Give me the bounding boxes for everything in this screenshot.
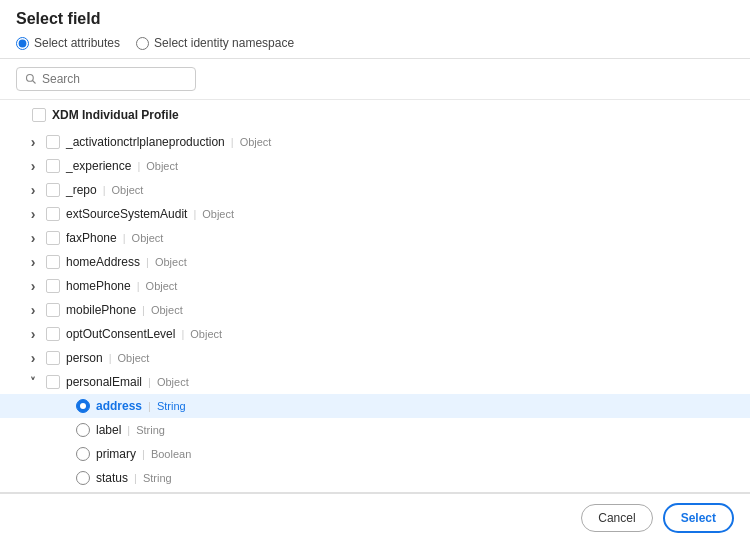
item-checkbox[interactable] <box>46 231 60 245</box>
item-checkbox[interactable] <box>46 255 60 269</box>
list-item[interactable]: faxPhone Object <box>0 226 750 250</box>
tree-root-header: XDM Individual Profile <box>0 100 750 130</box>
select-button[interactable]: Select <box>663 503 734 533</box>
item-type: Object <box>193 208 234 220</box>
list-item[interactable]: label String <box>0 418 750 442</box>
item-type: Object <box>103 184 144 196</box>
list-item[interactable]: extSourceSystemAudit Object <box>0 202 750 226</box>
item-type: Object <box>123 232 164 244</box>
item-checkbox[interactable] <box>46 183 60 197</box>
root-label: XDM Individual Profile <box>52 108 179 122</box>
item-type: Boolean <box>142 448 191 460</box>
list-item[interactable]: person Object <box>0 346 750 370</box>
list-item[interactable]: _experience Object <box>0 154 750 178</box>
item-name: faxPhone <box>66 231 117 245</box>
radio-select-attributes-input[interactable] <box>16 37 29 50</box>
search-icon <box>25 73 37 85</box>
item-type: Object <box>109 352 150 364</box>
radio-group: Select attributes Select identity namesp… <box>16 36 734 50</box>
item-name: personalEmail <box>66 375 142 389</box>
cancel-button[interactable]: Cancel <box>581 504 652 532</box>
item-checkbox[interactable] <box>46 135 60 149</box>
item-checkbox[interactable] <box>46 375 60 389</box>
item-type: String <box>127 424 165 436</box>
item-type: Object <box>137 280 178 292</box>
search-input-wrapper[interactable] <box>16 67 196 91</box>
expand-icon[interactable] <box>26 207 40 221</box>
item-type: Object <box>181 328 222 340</box>
header: Select field Select attributes Select id… <box>0 0 750 100</box>
radio-select-identity[interactable]: Select identity namespace <box>136 36 294 50</box>
item-name: status <box>96 471 128 485</box>
item-type: Object <box>148 376 189 388</box>
list-item[interactable]: homePhone Object <box>0 274 750 298</box>
item-type: Object <box>137 160 178 172</box>
list-item[interactable]: _activationctrlplaneproduction Object <box>0 130 750 154</box>
item-type: String <box>134 472 172 484</box>
expand-icon[interactable] <box>26 279 40 293</box>
item-type: String <box>148 400 186 412</box>
item-name: person <box>66 351 103 365</box>
item-radio-selected[interactable] <box>76 399 90 413</box>
item-name: _repo <box>66 183 97 197</box>
radio-select-identity-input[interactable] <box>136 37 149 50</box>
tree-container[interactable]: XDM Individual Profile _activationctrlpl… <box>0 100 750 493</box>
item-type: Object <box>231 136 272 148</box>
item-checkbox[interactable] <box>46 207 60 221</box>
expand-icon[interactable] <box>26 231 40 245</box>
item-checkbox[interactable] <box>46 303 60 317</box>
radio-select-identity-label: Select identity namespace <box>154 36 294 50</box>
item-radio[interactable] <box>76 471 90 485</box>
search-bar <box>0 59 750 100</box>
item-radio[interactable] <box>76 447 90 461</box>
item-checkbox[interactable] <box>46 159 60 173</box>
item-radio[interactable] <box>76 423 90 437</box>
item-name: label <box>96 423 121 437</box>
list-item[interactable]: optOutConsentLevel Object <box>0 322 750 346</box>
search-input[interactable] <box>42 72 187 86</box>
radio-select-attributes[interactable]: Select attributes <box>16 36 120 50</box>
expand-icon[interactable] <box>26 159 40 173</box>
page-title: Select field <box>16 10 734 28</box>
expand-icon[interactable] <box>26 135 40 149</box>
expand-icon[interactable] <box>26 255 40 269</box>
item-name: address <box>96 399 142 413</box>
expand-icon[interactable] <box>26 183 40 197</box>
svg-point-0 <box>27 75 34 82</box>
item-checkbox[interactable] <box>46 279 60 293</box>
item-checkbox[interactable] <box>46 351 60 365</box>
list-item[interactable]: primary Boolean <box>0 442 750 466</box>
list-item[interactable]: _repo Object <box>0 178 750 202</box>
item-type: Object <box>146 256 187 268</box>
root-checkbox[interactable] <box>32 108 46 122</box>
list-item[interactable]: personalEmail Object <box>0 370 750 394</box>
list-item[interactable]: address String <box>0 394 750 418</box>
expand-icon[interactable] <box>26 351 40 365</box>
expand-icon[interactable] <box>26 303 40 317</box>
list-item[interactable]: mobilePhone Object <box>0 298 750 322</box>
item-type: Object <box>142 304 183 316</box>
item-name: homePhone <box>66 279 131 293</box>
item-name: homeAddress <box>66 255 140 269</box>
list-item[interactable]: homeAddress Object <box>0 250 750 274</box>
list-item[interactable]: status String <box>0 466 750 490</box>
radio-select-attributes-label: Select attributes <box>34 36 120 50</box>
item-name: primary <box>96 447 136 461</box>
item-name: _activationctrlplaneproduction <box>66 135 225 149</box>
item-name: extSourceSystemAudit <box>66 207 187 221</box>
item-checkbox[interactable] <box>46 327 60 341</box>
item-name: mobilePhone <box>66 303 136 317</box>
item-name: optOutConsentLevel <box>66 327 175 341</box>
footer: Cancel Select <box>0 493 750 536</box>
expand-icon[interactable] <box>26 327 40 341</box>
item-name: _experience <box>66 159 131 173</box>
svg-line-1 <box>33 81 36 84</box>
expand-icon[interactable] <box>26 375 40 389</box>
